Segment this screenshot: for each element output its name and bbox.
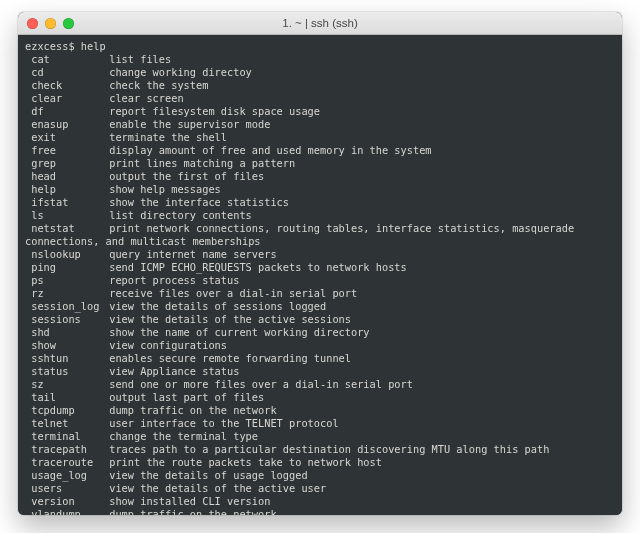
help-desc: view configurations	[109, 339, 227, 351]
help-cmd: status	[31, 365, 109, 378]
terminal-window: 1. ~ | ssh (ssh) ezxcess$ help catlist f…	[18, 12, 622, 515]
help-desc: display amount of free and used memory i…	[109, 144, 431, 156]
help-desc: receive files over a dial-in serial port	[109, 287, 357, 299]
help-row: nslookupquery internet name servers	[25, 248, 615, 261]
help-cmd: version	[31, 495, 109, 508]
window-title: 1. ~ | ssh (ssh)	[18, 17, 622, 29]
help-cmd: sessions	[31, 313, 109, 326]
help-desc: show help messages	[109, 183, 221, 195]
help-desc: output last part of files	[109, 391, 264, 403]
help-row: tracerouteprint the route packets take t…	[25, 456, 615, 469]
help-row: sshtunenables secure remote forwarding t…	[25, 352, 615, 365]
help-cmd: ping	[31, 261, 109, 274]
typed-command: help	[81, 40, 106, 52]
help-desc: view the details of usage logged	[109, 469, 307, 481]
help-desc: print lines matching a pattern	[109, 157, 295, 169]
help-cmd: traceroute	[31, 456, 109, 469]
help-row: szsend one or more files over a dial-in …	[25, 378, 615, 391]
window-controls	[18, 18, 74, 29]
help-desc: enables secure remote forwarding tunnel	[109, 352, 351, 364]
help-cmd: users	[31, 482, 109, 495]
zoom-icon[interactable]	[63, 18, 74, 29]
help-cmd: show	[31, 339, 109, 352]
help-cmd: cat	[31, 53, 109, 66]
help-cmd: session_log	[31, 300, 109, 313]
help-cmd: netstat	[31, 222, 109, 235]
help-row: showview configurations	[25, 339, 615, 352]
help-row: checkcheck the system	[25, 79, 615, 92]
help-row: usage_logview the details of usage logge…	[25, 469, 615, 482]
help-cmd: sz	[31, 378, 109, 391]
help-row: shdshow the name of current working dire…	[25, 326, 615, 339]
help-desc: change working directoy	[109, 66, 252, 78]
help-desc: view the details of the active sessions	[109, 313, 351, 325]
help-row: sessionsview the details of the active s…	[25, 313, 615, 326]
help-desc: report process status	[109, 274, 239, 286]
help-desc: send one or more files over a dial-in se…	[109, 378, 413, 390]
help-desc: print the route packets take to network …	[109, 456, 382, 468]
help-desc: enable the supervisor mode	[109, 118, 270, 130]
help-desc: list files	[109, 53, 171, 65]
help-row: grepprint lines matching a pattern	[25, 157, 615, 170]
help-desc: check the system	[109, 79, 208, 91]
help-desc: user interface to the TELNET protocol	[109, 417, 338, 429]
help-row: session_logview the details of sessions …	[25, 300, 615, 313]
help-desc: list directory contents	[109, 209, 252, 221]
help-desc: dump traffic on the network	[109, 404, 276, 416]
help-cmd: ps	[31, 274, 109, 287]
help-row: psreport process status	[25, 274, 615, 287]
help-cmd: clear	[31, 92, 109, 105]
help-row: clearclear screen	[25, 92, 615, 105]
help-desc: show installed CLI version	[109, 495, 270, 507]
help-cmd: sshtun	[31, 352, 109, 365]
help-row: telnetuser interface to the TELNET proto…	[25, 417, 615, 430]
help-cmd: rz	[31, 287, 109, 300]
help-cmd: usage_log	[31, 469, 109, 482]
help-row: tcpdumpdump traffic on the network	[25, 404, 615, 417]
prompt: ezxcess$	[25, 40, 75, 52]
help-cmd: grep	[31, 157, 109, 170]
help-row: statusview Appliance status	[25, 365, 615, 378]
help-row: exitterminate the shell	[25, 131, 615, 144]
help-desc: print network connections, routing table…	[25, 222, 580, 247]
help-row: catlist files	[25, 53, 615, 66]
prompt-line: ezxcess$ help	[25, 40, 615, 53]
help-desc: dump traffic on the network	[109, 508, 276, 515]
window-titlebar: 1. ~ | ssh (ssh)	[18, 12, 622, 35]
help-cmd: tail	[31, 391, 109, 404]
help-cmd: ifstat	[31, 196, 109, 209]
help-desc: traces path to a particular destination …	[109, 443, 549, 455]
help-desc: terminate the shell	[109, 131, 227, 143]
help-cmd: vlandump	[31, 508, 109, 515]
help-cmd: check	[31, 79, 109, 92]
help-cmd: ls	[31, 209, 109, 222]
help-row: lslist directory contents	[25, 209, 615, 222]
help-cmd: tcpdump	[31, 404, 109, 417]
help-desc: report filesystem disk space usage	[109, 105, 320, 117]
help-cmd: tracepath	[31, 443, 109, 456]
help-row: pingsend ICMP ECHO_REQUESTS packets to n…	[25, 261, 615, 274]
help-cmd: nslookup	[31, 248, 109, 261]
close-icon[interactable]	[27, 18, 38, 29]
help-row: tailoutput last part of files	[25, 391, 615, 404]
help-row: terminalchange the terminal type	[25, 430, 615, 443]
help-cmd: shd	[31, 326, 109, 339]
terminal-output[interactable]: ezxcess$ help catlist files cdchange wor…	[18, 35, 622, 515]
help-cmd: free	[31, 144, 109, 157]
help-desc: view the details of the active user	[109, 482, 326, 494]
help-row: dfreport filesystem disk space usage	[25, 105, 615, 118]
minimize-icon[interactable]	[45, 18, 56, 29]
help-row: headoutput the first of files	[25, 170, 615, 183]
help-cmd: exit	[31, 131, 109, 144]
help-desc: send ICMP ECHO_REQUESTS packets to netwo…	[109, 261, 407, 273]
help-row: tracepathtraces path to a particular des…	[25, 443, 615, 456]
help-desc: show the name of current working directo…	[109, 326, 369, 338]
help-cmd: help	[31, 183, 109, 196]
help-cmd: df	[31, 105, 109, 118]
help-cmd: cd	[31, 66, 109, 79]
help-desc: output the first of files	[109, 170, 264, 182]
help-desc: view the details of sessions logged	[109, 300, 326, 312]
help-row: rzreceive files over a dial-in serial po…	[25, 287, 615, 300]
help-cmd: telnet	[31, 417, 109, 430]
help-row: versionshow installed CLI version	[25, 495, 615, 508]
